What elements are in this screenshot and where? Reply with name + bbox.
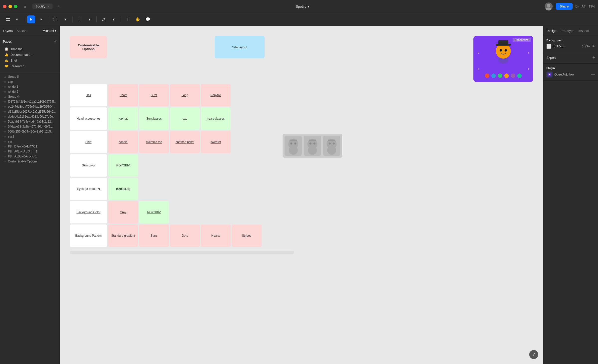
- frame-dropdown[interactable]: ▾: [61, 15, 69, 23]
- tab-prototype[interactable]: Prototype: [560, 28, 574, 34]
- layer-fbm2[interactable]: ▭ FBmA0L-XIAUQ_h_ 1: [0, 149, 60, 154]
- pattern-dots[interactable]: Dots: [170, 224, 200, 247]
- head-cap[interactable]: cap: [170, 107, 200, 130]
- color-dot-blue[interactable]: [491, 73, 496, 78]
- grid-dropdown[interactable]: ▾: [13, 15, 21, 23]
- close-button[interactable]: [3, 5, 6, 8]
- layer-id4[interactable]: ▭ dbdeb0a2131eae4283e50a67e5e...: [0, 114, 60, 119]
- panel-user[interactable]: Michael ▾: [43, 29, 57, 33]
- svg-rect-3: [8, 18, 10, 19]
- bg-roygbiv[interactable]: ROYGBIV: [139, 201, 169, 223]
- shirt-bomber[interactable]: bomber jacket: [170, 131, 200, 153]
- fullscreen-button[interactable]: [14, 5, 17, 8]
- select-tool[interactable]: [27, 15, 35, 23]
- shirt-sweater[interactable]: sweater: [201, 131, 231, 153]
- layer-sss2[interactable]: ▭ sss2: [0, 134, 60, 139]
- tab-layers[interactable]: Layers: [3, 28, 13, 34]
- add-tab-button[interactable]: +: [58, 4, 60, 9]
- shirt-oversize[interactable]: oversize tee: [139, 131, 169, 153]
- page-timeline[interactable]: 📋 Timeline: [3, 46, 57, 52]
- pen-dropdown[interactable]: ▾: [110, 15, 118, 23]
- layer-id7[interactable]: ▭ 060bf255-6b04-410e-8a92-12c5...: [0, 129, 60, 134]
- hand-tool[interactable]: ✋: [134, 15, 142, 23]
- play-button[interactable]: ▷: [576, 4, 579, 9]
- layer-render1[interactable]: ▭ render1: [0, 84, 60, 89]
- layer-id2[interactable]: ▭ ee2476c8eea725e7daa2bf5f5804...: [0, 104, 60, 109]
- tab-design[interactable]: Design: [546, 28, 556, 34]
- export-add-button[interactable]: +: [592, 55, 595, 60]
- page-research[interactable]: 🤝 Research: [3, 63, 57, 69]
- help-button[interactable]: ?: [529, 350, 538, 359]
- visibility-icon[interactable]: 👁: [592, 45, 595, 48]
- minimize-button[interactable]: [8, 5, 12, 8]
- active-tab[interactable]: Spotify ✕: [32, 3, 53, 9]
- plugin-remove-button[interactable]: —: [591, 72, 595, 77]
- layer-fbm3[interactable]: ▭ FBmAzDJX0Acqc-q 1: [0, 154, 60, 159]
- export-section: Export +: [543, 52, 598, 64]
- layer-id5[interactable]: ▭ 5cadab34-7efb-4bd4-9a28-2e22...: [0, 119, 60, 124]
- layer-group5[interactable]: ⊞ Group 5: [0, 74, 60, 79]
- shirt-hoodie[interactable]: hoodie: [108, 131, 138, 153]
- prev-arrow[interactable]: ‹: [477, 50, 479, 55]
- share-button[interactable]: Share: [556, 3, 573, 10]
- text-tool[interactable]: T: [124, 15, 132, 23]
- tab-close-icon[interactable]: ✕: [47, 5, 50, 8]
- layer-fbm1[interactable]: ▭ FBmDFrwX0AIg47K 1: [0, 144, 60, 149]
- rect-icon: ▭: [3, 90, 6, 93]
- tab-assets[interactable]: Assets: [17, 28, 26, 34]
- select-dropdown[interactable]: ▾: [37, 15, 45, 23]
- tab-inspect[interactable]: Inspect: [578, 28, 589, 34]
- prev-arrow-2[interactable]: ‹: [477, 66, 479, 72]
- color-dot-green[interactable]: [498, 73, 502, 78]
- layer-cap[interactable]: ▭ cap: [0, 79, 60, 84]
- hair-buzz[interactable]: Buzz: [139, 84, 169, 106]
- layer-id6[interactable]: ▭ 04daee38-3a8b-4670-80df-6bf9...: [0, 124, 60, 129]
- frame-tool[interactable]: [51, 15, 59, 23]
- layer-id3[interactable]: ▭ d13a85bcc2027140a7cf325e2d40...: [0, 109, 60, 114]
- page-documentation[interactable]: 👍 Documentation: [3, 52, 57, 58]
- pattern-stripes[interactable]: Stripes: [232, 224, 262, 247]
- shape-dropdown[interactable]: ▾: [85, 15, 93, 23]
- renders-container: [283, 134, 342, 158]
- hair-ponytail[interactable]: Ponytail: [201, 84, 231, 106]
- color-dot-orange[interactable]: [504, 73, 509, 78]
- pattern-standard[interactable]: Standard gradient: [108, 224, 138, 247]
- help-label[interactable]: A?: [582, 4, 586, 8]
- grid-tool[interactable]: [4, 15, 12, 23]
- randomize-button[interactable]: Randomize!: [513, 38, 531, 42]
- next-arrow[interactable]: ›: [527, 50, 529, 55]
- hair-long[interactable]: Long: [170, 84, 200, 106]
- head-top-hat[interactable]: top hat: [108, 107, 138, 130]
- zoom-level[interactable]: 13%: [589, 4, 595, 8]
- pattern-hearts[interactable]: Hearts: [201, 224, 231, 247]
- pen-tool[interactable]: [100, 15, 108, 23]
- project-name[interactable]: Spotify ▾: [296, 4, 309, 8]
- color-dot-red[interactable]: [485, 73, 489, 78]
- shape-tool[interactable]: [75, 15, 83, 23]
- skin-roygbiv[interactable]: ROYGBIV: [108, 154, 138, 177]
- horizontal-scrollbar[interactable]: [70, 251, 294, 254]
- comment-tool[interactable]: 💬: [144, 15, 152, 23]
- next-arrow-2[interactable]: ›: [527, 66, 529, 72]
- color-dot-purple[interactable]: [511, 73, 515, 78]
- rect-icon: ▭: [3, 100, 6, 103]
- bg-color-swatch[interactable]: [546, 44, 551, 49]
- layer-group4[interactable]: ⊞ Group 4: [0, 94, 60, 99]
- pattern-stars[interactable]: Stars: [139, 224, 169, 247]
- head-sunglasses[interactable]: Sunglasses: [139, 107, 169, 130]
- layer-customizable[interactable]: ▭ Customizable Options: [0, 159, 60, 164]
- eyes-skribblio[interactable]: (skribbI.io): [108, 178, 138, 200]
- add-page-button[interactable]: +: [54, 39, 57, 44]
- separator-3: [72, 16, 73, 22]
- home-button[interactable]: ⌂: [21, 3, 28, 10]
- layer-sss[interactable]: ▭ sss: [0, 139, 60, 144]
- hair-short[interactable]: Short: [108, 84, 138, 106]
- layer-render2[interactable]: ▭ render2: [0, 89, 60, 94]
- layer-id1[interactable]: ▭ f08724c43b1c4c1aa1c280b99774f...: [0, 99, 60, 104]
- head-heart-glasses[interactable]: heart glasses: [201, 107, 231, 130]
- canvas[interactable]: Customizable Options Site layout Randomi…: [60, 26, 543, 364]
- color-dot-teal[interactable]: [517, 73, 522, 78]
- bg-grey[interactable]: Grey: [108, 201, 138, 223]
- canvas-content: Customizable Options Site layout Randomi…: [60, 26, 543, 264]
- page-brief[interactable]: ✍️ Brief: [3, 58, 57, 63]
